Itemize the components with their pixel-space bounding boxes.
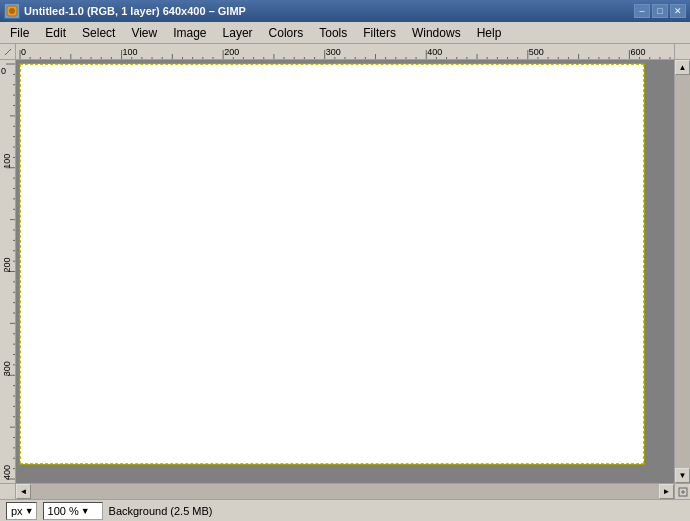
menu-item-edit[interactable]: Edit xyxy=(37,23,74,43)
close-button[interactable]: ✕ xyxy=(670,4,686,18)
vertical-scrollbar: ▲ ▼ xyxy=(674,60,690,483)
menu-item-image[interactable]: Image xyxy=(165,23,214,43)
layer-info: Background (2.5 MB) xyxy=(109,505,213,517)
title-text: Untitled-1.0 (RGB, 1 layer) 640x400 – GI… xyxy=(24,5,246,17)
scroll-corner-right[interactable] xyxy=(674,484,690,500)
horizontal-ruler xyxy=(16,44,674,60)
svg-point-1 xyxy=(9,8,15,14)
scroll-down-button[interactable]: ▼ xyxy=(675,468,690,483)
scroll-right-button[interactable]: ► xyxy=(659,484,674,499)
horizontal-scroll-area: ◄ ► xyxy=(0,483,690,499)
scroll-track-v[interactable] xyxy=(675,75,690,468)
zoom-dropdown-arrow[interactable]: ▼ xyxy=(81,506,90,516)
canvas-container xyxy=(16,60,674,483)
status-bar: px ▼ 100 % ▼ Background (2.5 MB) xyxy=(0,499,690,521)
menu-item-view[interactable]: View xyxy=(123,23,165,43)
unit-dropdown-arrow[interactable]: ▼ xyxy=(25,506,34,516)
svg-line-2 xyxy=(5,49,11,55)
unit-selector[interactable]: px ▼ xyxy=(6,502,37,520)
title-bar: Untitled-1.0 (RGB, 1 layer) 640x400 – GI… xyxy=(0,0,690,22)
menu-item-layer[interactable]: Layer xyxy=(215,23,261,43)
scroll-corner-left xyxy=(0,484,16,500)
horizontal-scrollbar: ◄ ► xyxy=(16,484,674,499)
unit-value: px xyxy=(9,505,25,517)
menu-item-select[interactable]: Select xyxy=(74,23,123,43)
menu-item-colors[interactable]: Colors xyxy=(261,23,312,43)
scroll-left-button[interactable]: ◄ xyxy=(16,484,31,499)
image-canvas[interactable] xyxy=(20,64,644,464)
scroll-track-h[interactable] xyxy=(31,484,659,499)
menu-item-windows[interactable]: Windows xyxy=(404,23,469,43)
minimize-button[interactable]: – xyxy=(634,4,650,18)
title-left: Untitled-1.0 (RGB, 1 layer) 640x400 – GI… xyxy=(4,3,246,19)
app-icon xyxy=(4,3,20,19)
menu-item-tools[interactable]: Tools xyxy=(311,23,355,43)
vertical-ruler xyxy=(0,60,16,483)
maximize-button[interactable]: □ xyxy=(652,4,668,18)
menu-item-filters[interactable]: Filters xyxy=(355,23,404,43)
menu-item-file[interactable]: File xyxy=(2,23,37,43)
zoom-value: 100 % xyxy=(46,505,81,517)
zoom-selector[interactable]: 100 % ▼ xyxy=(43,502,103,520)
menu-item-help[interactable]: Help xyxy=(469,23,510,43)
title-controls: – □ ✕ xyxy=(634,4,686,18)
ruler-corner xyxy=(0,44,16,60)
scroll-up-button[interactable]: ▲ xyxy=(675,60,690,75)
menu-bar: FileEditSelectViewImageLayerColorsToolsF… xyxy=(0,22,690,44)
